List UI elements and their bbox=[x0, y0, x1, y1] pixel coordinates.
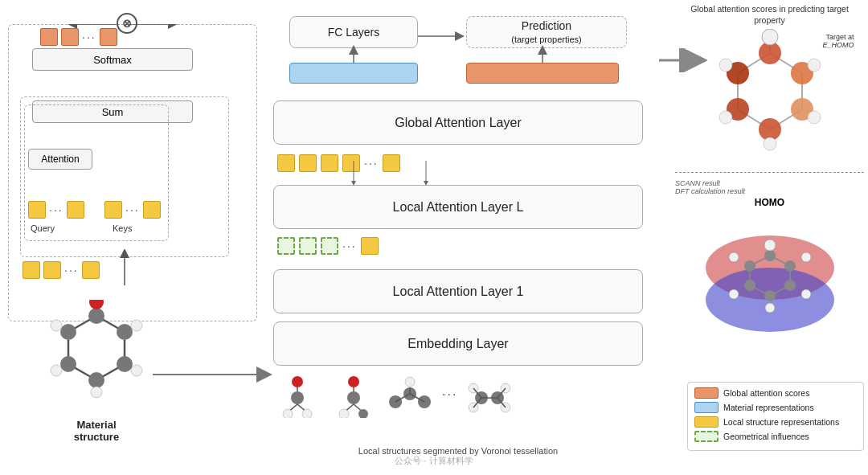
local-attention-1-label: Local Attention Layer 1 bbox=[393, 285, 524, 299]
target-label: Target at E_HOMO bbox=[822, 33, 854, 49]
svg-point-18 bbox=[131, 320, 142, 331]
watermark: 公众号 · 计算材料学 bbox=[395, 455, 473, 467]
svg-point-79 bbox=[764, 137, 776, 150]
mixed-row-L: ··· bbox=[277, 237, 379, 255]
keys-sq-1 bbox=[104, 201, 122, 219]
svg-point-93 bbox=[744, 260, 755, 272]
svg-point-76 bbox=[808, 111, 821, 124]
bot-sq-2 bbox=[43, 261, 61, 279]
legend-swatch-local bbox=[694, 416, 719, 428]
fragment-2-svg bbox=[330, 374, 378, 418]
svg-point-95 bbox=[801, 289, 811, 299]
query-sq-1 bbox=[28, 201, 46, 219]
local-attention-L-label: Local Attention Layer L bbox=[393, 200, 524, 215]
svg-point-96 bbox=[729, 252, 739, 262]
vertical-arrows-svg bbox=[265, 8, 651, 104]
embedding-layer-box: Embedding Layer bbox=[273, 321, 643, 366]
dots-gd: ··· bbox=[342, 240, 357, 252]
ym1 bbox=[361, 237, 379, 255]
dots-q: ··· bbox=[49, 203, 63, 216]
homo-label: HOMO bbox=[675, 197, 864, 208]
attention-box: Attention bbox=[28, 149, 92, 170]
keys-row: ··· bbox=[104, 201, 161, 219]
attention-label: Attention bbox=[41, 154, 79, 165]
local-attention-L-box: Local Attention Layer L bbox=[273, 185, 643, 229]
svg-point-74 bbox=[762, 29, 778, 45]
legend-label-material: Material representations bbox=[723, 403, 814, 412]
svg-point-13 bbox=[88, 372, 104, 388]
legend-item-material: Material representations bbox=[694, 402, 857, 413]
legend-swatch-geo bbox=[694, 431, 719, 442]
orange-sq-2 bbox=[61, 28, 79, 46]
global-att-arrows bbox=[265, 145, 651, 189]
svg-point-15 bbox=[60, 324, 76, 340]
svg-point-97 bbox=[729, 289, 739, 299]
orange-sq-3 bbox=[100, 28, 117, 46]
svg-point-75 bbox=[808, 59, 821, 72]
attention-molecule-display: Target at E_HOMO bbox=[682, 29, 858, 166]
orange-sq-1 bbox=[40, 28, 58, 46]
svg-point-92 bbox=[744, 280, 755, 291]
legend-label-global: Global attention scores bbox=[723, 388, 809, 398]
homo-svg bbox=[682, 211, 858, 336]
right-panel-title: Global attention scores in predicting ta… bbox=[675, 4, 864, 26]
svg-point-91 bbox=[764, 290, 776, 301]
svg-point-94 bbox=[801, 252, 811, 262]
bottom-yellow-row: ··· bbox=[23, 261, 100, 279]
fragment-dots: ··· bbox=[442, 387, 457, 402]
fragment-3-svg bbox=[386, 374, 434, 418]
query-sq-2 bbox=[67, 201, 84, 219]
svg-point-47 bbox=[405, 377, 415, 387]
global-attention-label: Global Attention Layer bbox=[395, 116, 521, 130]
legend-label-local: Local structure representations bbox=[723, 417, 839, 427]
gd1 bbox=[277, 237, 295, 255]
softmax-label: Softmax bbox=[93, 54, 132, 66]
svg-point-19 bbox=[131, 365, 142, 376]
global-attention-layer-box: Global Attention Layer bbox=[273, 100, 643, 145]
dots-b: ··· bbox=[64, 264, 79, 276]
tensor-product-symbol: ⊗ bbox=[117, 13, 137, 34]
svg-point-11 bbox=[117, 324, 133, 340]
scann-label: SCANN result DFT calculation result bbox=[675, 179, 864, 195]
svg-point-12 bbox=[117, 356, 133, 372]
svg-point-34 bbox=[302, 409, 312, 418]
bot-sq-1 bbox=[23, 261, 40, 279]
material-structure-label: Materialstructure bbox=[16, 419, 177, 443]
softmax-box: Softmax bbox=[32, 48, 193, 71]
svg-point-16 bbox=[89, 300, 104, 309]
local-attention-1-box: Local Attention Layer 1 bbox=[273, 269, 643, 313]
svg-point-14 bbox=[60, 356, 76, 372]
fragment-last-svg bbox=[465, 374, 514, 418]
svg-point-99 bbox=[764, 240, 776, 251]
svg-point-40 bbox=[339, 409, 349, 418]
top-orange-squares: ··· bbox=[40, 28, 117, 46]
gd2 bbox=[299, 237, 317, 255]
dots-k: ··· bbox=[125, 203, 140, 216]
homo-visualization bbox=[682, 211, 858, 340]
embedding-label: Embedding Layer bbox=[407, 337, 508, 351]
legend-swatch-global bbox=[694, 387, 719, 399]
svg-point-88 bbox=[764, 250, 776, 261]
main-neural-diagram: FC Layers Prediction (target properties) bbox=[265, 8, 659, 470]
svg-point-89 bbox=[784, 260, 796, 272]
legend-swatch-material bbox=[694, 402, 719, 413]
svg-point-20 bbox=[51, 320, 62, 331]
legend-item-geo: Geometrical influences bbox=[694, 431, 857, 442]
svg-point-28 bbox=[292, 376, 303, 387]
svg-point-37 bbox=[347, 391, 360, 404]
query-row: ··· bbox=[28, 201, 84, 219]
svg-point-30 bbox=[291, 391, 304, 404]
query-label: Query bbox=[31, 223, 55, 233]
keys-sq-2 bbox=[143, 201, 161, 219]
material-molecule-svg bbox=[32, 300, 161, 412]
svg-point-35 bbox=[348, 376, 359, 387]
svg-point-77 bbox=[719, 59, 732, 72]
dots-1: ··· bbox=[82, 31, 96, 43]
right-visualization-panel: Global attention scores in predicting ta… bbox=[675, 4, 864, 340]
svg-point-33 bbox=[283, 409, 293, 418]
svg-point-78 bbox=[719, 111, 732, 124]
bot-sq-3 bbox=[82, 261, 100, 279]
legend-item-local: Local structure representations bbox=[694, 416, 857, 428]
molecule-to-main-arrow bbox=[149, 362, 277, 387]
keys-label: Keys bbox=[113, 223, 132, 233]
